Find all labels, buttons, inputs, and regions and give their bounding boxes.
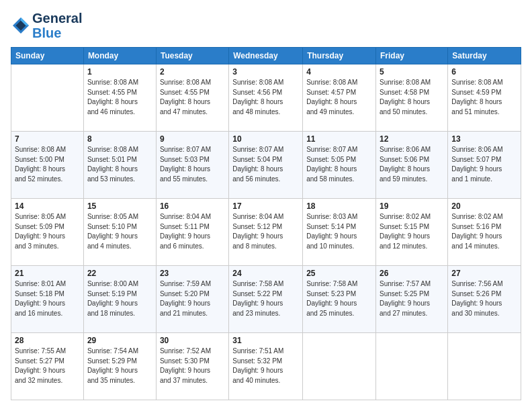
calendar-cell: 31Sunrise: 7:51 AMSunset: 5:32 PMDayligh… bbox=[229, 333, 303, 400]
calendar-cell: 23Sunrise: 7:59 AMSunset: 5:20 PMDayligh… bbox=[156, 266, 228, 333]
day-number: 17 bbox=[232, 201, 299, 211]
weekday-header: Thursday bbox=[303, 48, 376, 64]
calendar-header-row: SundayMondayTuesdayWednesdayThursdayFrid… bbox=[11, 48, 521, 64]
day-number: 5 bbox=[380, 67, 444, 77]
day-number: 4 bbox=[306, 67, 372, 77]
day-info: Sunrise: 8:04 AMSunset: 5:11 PMDaylight:… bbox=[160, 212, 225, 251]
day-number: 25 bbox=[306, 269, 372, 278]
calendar-cell bbox=[448, 333, 521, 400]
day-number: 10 bbox=[232, 134, 299, 144]
day-info: Sunrise: 8:06 AMSunset: 5:07 PMDaylight:… bbox=[451, 145, 517, 184]
day-number: 15 bbox=[87, 201, 152, 211]
day-number: 27 bbox=[451, 269, 517, 278]
calendar-cell: 28Sunrise: 7:55 AMSunset: 5:27 PMDayligh… bbox=[11, 333, 84, 400]
calendar-cell: 10Sunrise: 8:07 AMSunset: 5:04 PMDayligh… bbox=[229, 132, 303, 199]
day-info: Sunrise: 8:08 AMSunset: 4:57 PMDaylight:… bbox=[306, 78, 372, 117]
calendar-cell: 12Sunrise: 8:06 AMSunset: 5:06 PMDayligh… bbox=[376, 132, 448, 199]
calendar-cell: 2Sunrise: 8:08 AMSunset: 4:55 PMDaylight… bbox=[156, 64, 228, 132]
calendar-week-row: 1Sunrise: 8:08 AMSunset: 4:55 PMDaylight… bbox=[11, 64, 521, 132]
day-number: 14 bbox=[15, 201, 80, 211]
calendar-cell: 4Sunrise: 8:08 AMSunset: 4:57 PMDaylight… bbox=[303, 64, 376, 132]
day-info: Sunrise: 8:01 AMSunset: 5:18 PMDaylight:… bbox=[15, 279, 80, 318]
day-info: Sunrise: 8:08 AMSunset: 5:01 PMDaylight:… bbox=[87, 145, 152, 184]
calendar-cell: 21Sunrise: 8:01 AMSunset: 5:18 PMDayligh… bbox=[11, 266, 84, 333]
weekday-header: Wednesday bbox=[229, 48, 303, 64]
day-number: 31 bbox=[232, 336, 299, 345]
day-number: 24 bbox=[232, 269, 299, 278]
calendar-cell: 17Sunrise: 8:04 AMSunset: 5:12 PMDayligh… bbox=[229, 199, 303, 266]
day-number: 2 bbox=[160, 67, 225, 77]
weekday-header: Friday bbox=[376, 48, 448, 64]
calendar-cell: 13Sunrise: 8:06 AMSunset: 5:07 PMDayligh… bbox=[448, 132, 521, 199]
calendar-cell: 16Sunrise: 8:04 AMSunset: 5:11 PMDayligh… bbox=[156, 199, 228, 266]
day-info: Sunrise: 7:56 AMSunset: 5:26 PMDaylight:… bbox=[451, 279, 517, 318]
day-number: 18 bbox=[306, 201, 372, 211]
calendar-cell: 30Sunrise: 7:52 AMSunset: 5:30 PMDayligh… bbox=[156, 333, 228, 400]
day-number: 19 bbox=[380, 201, 444, 211]
day-number: 23 bbox=[160, 269, 225, 278]
day-info: Sunrise: 7:55 AMSunset: 5:27 PMDaylight:… bbox=[15, 347, 80, 385]
day-info: Sunrise: 8:07 AMSunset: 5:04 PMDaylight:… bbox=[232, 145, 299, 184]
day-info: Sunrise: 7:58 AMSunset: 5:22 PMDaylight:… bbox=[232, 279, 299, 318]
day-info: Sunrise: 8:02 AMSunset: 5:16 PMDaylight:… bbox=[451, 212, 517, 251]
day-number: 8 bbox=[87, 134, 152, 144]
calendar-cell bbox=[376, 333, 448, 400]
day-number: 22 bbox=[87, 269, 152, 278]
calendar-cell: 19Sunrise: 8:02 AMSunset: 5:15 PMDayligh… bbox=[376, 199, 448, 266]
calendar-cell: 29Sunrise: 7:54 AMSunset: 5:29 PMDayligh… bbox=[83, 333, 156, 400]
calendar-cell: 11Sunrise: 8:07 AMSunset: 5:05 PMDayligh… bbox=[303, 132, 376, 199]
day-number: 26 bbox=[380, 269, 444, 278]
day-info: Sunrise: 8:08 AMSunset: 4:59 PMDaylight:… bbox=[451, 78, 517, 117]
calendar-cell: 3Sunrise: 8:08 AMSunset: 4:56 PMDaylight… bbox=[229, 64, 303, 132]
day-number: 21 bbox=[15, 269, 80, 278]
day-info: Sunrise: 8:00 AMSunset: 5:19 PMDaylight:… bbox=[87, 279, 152, 318]
day-info: Sunrise: 7:51 AMSunset: 5:32 PMDaylight:… bbox=[232, 347, 299, 385]
calendar-cell: 6Sunrise: 8:08 AMSunset: 4:59 PMDaylight… bbox=[448, 64, 521, 132]
day-info: Sunrise: 8:05 AMSunset: 5:10 PMDaylight:… bbox=[87, 212, 152, 251]
day-number: 13 bbox=[451, 134, 517, 144]
logo-text: General Blue bbox=[32, 11, 82, 40]
day-info: Sunrise: 8:07 AMSunset: 5:03 PMDaylight:… bbox=[160, 145, 225, 184]
weekday-header: Tuesday bbox=[156, 48, 228, 64]
calendar-week-row: 7Sunrise: 8:08 AMSunset: 5:00 PMDaylight… bbox=[11, 132, 521, 199]
calendar-table: SundayMondayTuesdayWednesdayThursdayFrid… bbox=[11, 47, 521, 400]
day-number: 11 bbox=[306, 134, 372, 144]
day-info: Sunrise: 7:59 AMSunset: 5:20 PMDaylight:… bbox=[160, 279, 225, 318]
day-number: 28 bbox=[15, 336, 80, 345]
day-number: 30 bbox=[160, 336, 225, 345]
day-info: Sunrise: 8:08 AMSunset: 4:55 PMDaylight:… bbox=[87, 78, 152, 117]
day-number: 16 bbox=[160, 201, 225, 211]
calendar-cell: 27Sunrise: 7:56 AMSunset: 5:26 PMDayligh… bbox=[448, 266, 521, 333]
calendar-week-row: 28Sunrise: 7:55 AMSunset: 5:27 PMDayligh… bbox=[11, 333, 521, 400]
calendar-cell bbox=[11, 64, 84, 132]
day-info: Sunrise: 8:02 AMSunset: 5:15 PMDaylight:… bbox=[380, 212, 444, 251]
calendar-cell: 26Sunrise: 7:57 AMSunset: 5:25 PMDayligh… bbox=[376, 266, 448, 333]
weekday-header: Saturday bbox=[448, 48, 521, 64]
day-info: Sunrise: 7:58 AMSunset: 5:23 PMDaylight:… bbox=[306, 279, 372, 318]
calendar-cell: 8Sunrise: 8:08 AMSunset: 5:01 PMDaylight… bbox=[83, 132, 156, 199]
day-info: Sunrise: 8:08 AMSunset: 4:58 PMDaylight:… bbox=[380, 78, 444, 117]
page: General Blue SundayMondayTuesdayWednesda… bbox=[0, 0, 532, 411]
calendar-cell: 9Sunrise: 8:07 AMSunset: 5:03 PMDaylight… bbox=[156, 132, 228, 199]
logo: General Blue bbox=[11, 11, 82, 40]
day-number: 6 bbox=[451, 67, 517, 77]
calendar-week-row: 21Sunrise: 8:01 AMSunset: 5:18 PMDayligh… bbox=[11, 266, 521, 333]
calendar-cell: 7Sunrise: 8:08 AMSunset: 5:00 PMDaylight… bbox=[11, 132, 84, 199]
day-number: 3 bbox=[232, 67, 299, 77]
day-info: Sunrise: 8:06 AMSunset: 5:06 PMDaylight:… bbox=[380, 145, 444, 184]
calendar-cell: 20Sunrise: 8:02 AMSunset: 5:16 PMDayligh… bbox=[448, 199, 521, 266]
calendar-cell bbox=[303, 333, 376, 400]
day-number: 7 bbox=[15, 134, 80, 144]
calendar-cell: 24Sunrise: 7:58 AMSunset: 5:22 PMDayligh… bbox=[229, 266, 303, 333]
day-info: Sunrise: 8:07 AMSunset: 5:05 PMDaylight:… bbox=[306, 145, 372, 184]
calendar-cell: 22Sunrise: 8:00 AMSunset: 5:19 PMDayligh… bbox=[83, 266, 156, 333]
day-info: Sunrise: 7:57 AMSunset: 5:25 PMDaylight:… bbox=[380, 279, 444, 318]
day-info: Sunrise: 8:03 AMSunset: 5:14 PMDaylight:… bbox=[306, 212, 372, 251]
calendar-cell: 14Sunrise: 8:05 AMSunset: 5:09 PMDayligh… bbox=[11, 199, 84, 266]
day-number: 20 bbox=[451, 201, 517, 211]
day-info: Sunrise: 8:04 AMSunset: 5:12 PMDaylight:… bbox=[232, 212, 299, 251]
calendar-cell: 1Sunrise: 8:08 AMSunset: 4:55 PMDaylight… bbox=[83, 64, 156, 132]
day-number: 1 bbox=[87, 67, 152, 77]
day-info: Sunrise: 8:08 AMSunset: 4:56 PMDaylight:… bbox=[232, 78, 299, 117]
day-number: 12 bbox=[380, 134, 444, 144]
